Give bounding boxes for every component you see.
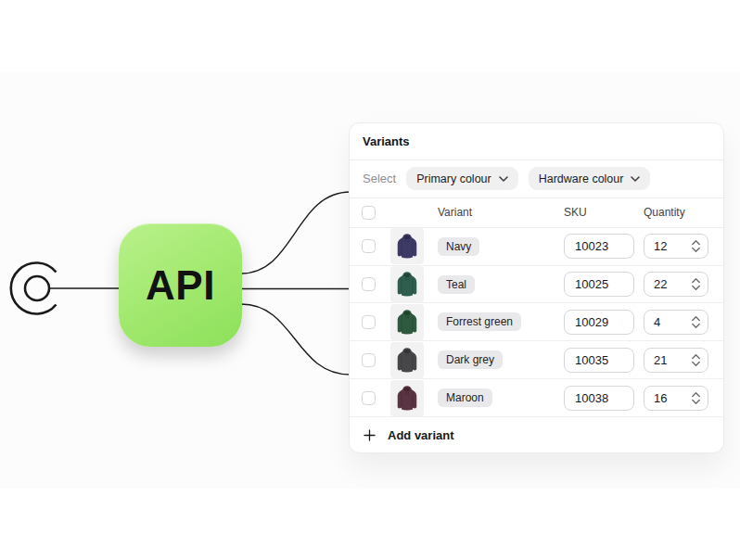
quantity-stepper[interactable] [691, 239, 708, 253]
product-thumbnail [390, 342, 424, 378]
sku-input[interactable] [565, 277, 633, 291]
row-checkbox[interactable] [362, 391, 376, 405]
variant-name-badge: Dark grey [438, 350, 503, 369]
select-label: Select [363, 172, 396, 185]
quantity-stepper[interactable] [691, 277, 708, 291]
row-checkbox[interactable] [362, 277, 376, 291]
hardware-colour-dropdown-label: Hardware colour [539, 172, 624, 185]
sku-input[interactable] [565, 391, 633, 405]
canvas: API Variants Select Primary colour Hardw… [0, 0, 740, 560]
primary-colour-dropdown-label: Primary colour [416, 172, 491, 185]
add-variant-label: Add variant [388, 428, 454, 442]
column-header-sku: SKU [564, 206, 634, 219]
column-header-variant: Variant [438, 206, 472, 219]
variant-name-badge: Teal [438, 275, 475, 294]
filter-bar: Select Primary colour Hardware colour [350, 160, 723, 198]
table-row: Forrest green [350, 303, 723, 341]
panel-header: Variants [350, 123, 723, 160]
sku-input[interactable] [565, 315, 633, 329]
chevron-down-icon [631, 176, 640, 182]
stepper-arrows-icon [691, 353, 701, 367]
variant-name-badge: Maroon [438, 388, 492, 407]
table-row: Teal [350, 266, 723, 304]
quantity-stepper[interactable] [691, 391, 708, 405]
quantity-field [644, 386, 708, 411]
variants-panel: Variants Select Primary colour Hardware … [349, 122, 724, 453]
plus-icon [364, 429, 376, 441]
row-checkbox[interactable] [362, 315, 376, 329]
quantity-field [644, 234, 708, 259]
quantity-field [644, 348, 708, 373]
api-node-label: API [146, 262, 215, 309]
quantity-field [644, 310, 708, 335]
stepper-arrows-icon [691, 239, 701, 253]
hoodie-icon [394, 269, 420, 299]
chevron-down-icon [499, 176, 508, 182]
quantity-stepper[interactable] [691, 353, 708, 367]
table-row: Navy [350, 228, 723, 266]
sku-input[interactable] [565, 353, 633, 367]
sku-input[interactable] [565, 239, 633, 253]
wire-api-to-panel-top [241, 192, 351, 274]
sku-field [564, 234, 634, 259]
variant-name-badge: Forrest green [438, 312, 521, 331]
sku-field [564, 386, 634, 411]
hardware-colour-dropdown[interactable]: Hardware colour [529, 167, 651, 190]
stepper-arrows-icon [691, 391, 701, 405]
add-variant-button[interactable]: Add variant [350, 417, 723, 452]
hoodie-icon [394, 307, 420, 337]
table-header: Variant SKU Quantity [350, 198, 723, 228]
quantity-input[interactable] [644, 277, 676, 291]
select-all-checkbox[interactable] [362, 206, 376, 220]
stepper-arrows-icon [691, 277, 701, 291]
hoodie-icon [394, 231, 420, 261]
hoodie-icon [394, 345, 420, 375]
quantity-field [644, 272, 708, 297]
sku-field [564, 310, 634, 335]
panel-title: Variants [363, 134, 410, 148]
quantity-input[interactable] [644, 315, 676, 329]
product-thumbnail [390, 380, 424, 416]
wire-api-to-panel-bottom [241, 304, 351, 375]
quantity-input[interactable] [644, 391, 676, 405]
api-node: API [119, 223, 242, 347]
quantity-stepper[interactable] [691, 315, 708, 329]
quantity-input[interactable] [644, 239, 676, 253]
sku-field [564, 348, 634, 373]
quantity-input[interactable] [644, 353, 676, 367]
row-checkbox[interactable] [362, 353, 376, 367]
product-thumbnail [390, 266, 424, 302]
product-thumbnail [390, 304, 424, 340]
table-row: Maroon [350, 379, 723, 417]
product-thumbnail [390, 228, 424, 264]
stepper-arrows-icon [691, 315, 701, 329]
row-checkbox[interactable] [362, 239, 376, 253]
table-row: Dark grey [350, 341, 723, 379]
primary-colour-dropdown[interactable]: Primary colour [406, 167, 518, 190]
hoodie-icon [394, 383, 420, 414]
column-header-quantity: Quantity [644, 206, 708, 219]
variant-name-badge: Navy [438, 237, 479, 256]
sku-field [564, 272, 634, 297]
